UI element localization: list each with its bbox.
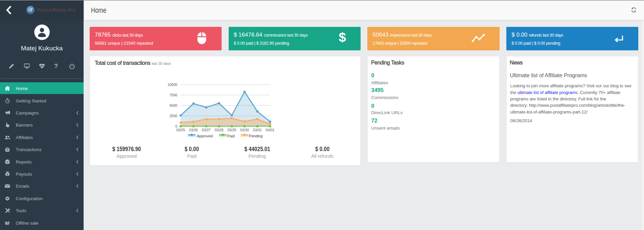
- svg-text:03/31: 03/31: [253, 128, 262, 132]
- svg-text:5000: 5000: [170, 103, 178, 107]
- svg-text:04/01: 04/01: [266, 128, 274, 132]
- svg-text:03/26: 03/26: [189, 128, 198, 132]
- svg-text:Paid: Paid: [227, 134, 235, 138]
- svg-text:03/25: 03/25: [176, 128, 185, 132]
- svg-text:$: $: [7, 173, 8, 176]
- svg-text:10000: 10000: [168, 83, 177, 87]
- svg-text:03/27: 03/27: [202, 128, 211, 132]
- svg-text:Approved: Approved: [197, 134, 213, 138]
- svg-text:03/30: 03/30: [240, 128, 249, 132]
- svg-text:2500: 2500: [170, 114, 178, 118]
- svg-text:03/28: 03/28: [215, 128, 223, 132]
- svg-text:03/29: 03/29: [227, 128, 236, 132]
- svg-text:7500: 7500: [170, 93, 178, 97]
- svg-text:Pending: Pending: [249, 134, 263, 138]
